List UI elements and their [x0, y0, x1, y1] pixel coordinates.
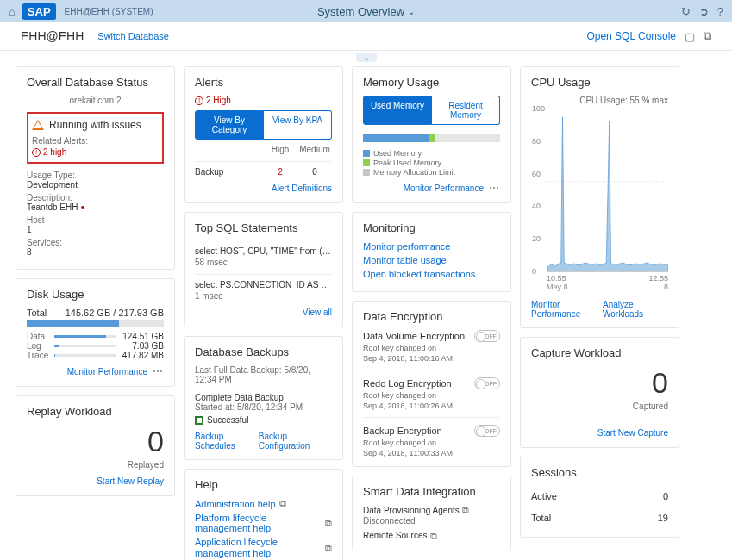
- backup-started: Started at: 5/8/20, 12:34 PM: [195, 402, 332, 412]
- disk-more-icon[interactable]: ⋯: [153, 365, 164, 377]
- alerts-high-summary[interactable]: !2 High: [195, 96, 332, 105]
- enc-rl-sub1: Root key changed on: [363, 391, 500, 400]
- capture-label: Captured: [531, 401, 668, 411]
- enc-bk-toggle[interactable]: OFF: [474, 425, 500, 437]
- sdi-title: Smart Data Integration: [363, 485, 500, 498]
- external-link-icon[interactable]: ⧉: [704, 29, 711, 43]
- mem-title: Memory Usage: [363, 76, 500, 89]
- backup-schedules-link[interactable]: Backup Schedules: [195, 432, 259, 451]
- help-platform-link[interactable]: Platform lifecycle management help: [195, 513, 322, 533]
- view-by-category-tab[interactable]: View By Category: [195, 110, 264, 140]
- resident-memory-tab[interactable]: Resident Memory: [432, 96, 500, 125]
- host-label: Host: [27, 215, 164, 225]
- monitor-performance-link[interactable]: Monitor performance: [363, 241, 500, 252]
- analyze-workloads-link[interactable]: Analyze Workloads: [603, 300, 668, 319]
- success-icon: [195, 416, 203, 425]
- expand-header-icon[interactable]: ⌄: [356, 53, 377, 62]
- sap-logo: SAP: [22, 3, 56, 20]
- related-alerts-label: Related Alerts:: [32, 136, 159, 146]
- enc-rl-toggle[interactable]: OFF: [474, 377, 500, 389]
- enc-title: Data Encryption: [363, 310, 500, 323]
- help-card: Help Administration help⧉ Platform lifec…: [184, 469, 343, 560]
- backup-config-link[interactable]: Backup Configuration: [259, 432, 332, 451]
- monitor-table-usage-link[interactable]: Monitor table usage: [363, 255, 500, 265]
- cpu-chart: 100 80 60 40 20 0: [547, 109, 668, 272]
- refresh-icon[interactable]: ↻: [681, 5, 691, 18]
- overall-status-card: Overall Database Status orekait.com 2 Ru…: [16, 66, 175, 270]
- capture-count: 0: [531, 366, 668, 400]
- alert-row-high[interactable]: 2: [263, 167, 297, 177]
- external-icon: ⧉: [462, 505, 469, 515]
- alerts-high-link[interactable]: ! 2 high: [32, 147, 159, 157]
- sessions-total-label: Total: [531, 513, 551, 523]
- mem-monitor-link[interactable]: Monitor Performance: [404, 184, 484, 193]
- disk-monitor-link[interactable]: Monitor Performance: [67, 367, 147, 376]
- sql-item[interactable]: select HOST, CPU, "TIME" from ( select H…: [195, 241, 332, 267]
- alert-high-icon: !: [32, 148, 41, 157]
- host-value: 1: [27, 225, 164, 234]
- switch-database-link[interactable]: Switch Database: [97, 31, 169, 41]
- start-new-replay-link[interactable]: Start New Replay: [97, 476, 164, 486]
- enc-dv-toggle[interactable]: OFF: [474, 330, 500, 342]
- alert-icon: !: [195, 96, 203, 105]
- help-icon[interactable]: ?: [717, 5, 723, 18]
- replay-workload-card: Replay Workload 0 Replayed Start New Rep…: [16, 395, 175, 496]
- sessions-card: Sessions Active0 Total19: [520, 457, 679, 538]
- monitoring-title: Monitoring: [363, 221, 500, 234]
- legend-limit: Memory Allocation Limit: [373, 168, 455, 177]
- disk-trace-value: 417.82 MB: [121, 351, 164, 360]
- system-label: EHH@EHH (SYSTEM): [65, 7, 153, 16]
- description-value: Teantdb EHH: [27, 202, 164, 212]
- disk-data-bar: [54, 335, 116, 338]
- legend-sw-used: [363, 150, 370, 157]
- disk-data-value: 124.51 GB: [121, 332, 164, 341]
- open-sql-console-link[interactable]: Open SQL Console: [586, 30, 676, 42]
- data-encryption-card: Data Encryption Data Volume EncryptionOF…: [352, 301, 511, 467]
- help-admin-link[interactable]: Administration help: [195, 499, 276, 509]
- sql-query-1: select HOST, CPU, "TIME" from ( select H…: [195, 246, 332, 256]
- sessions-total-value: 19: [658, 513, 668, 523]
- legend-sw-peak: [363, 159, 370, 166]
- mem-more-icon[interactable]: ⋯: [489, 182, 500, 194]
- warning-icon: [32, 120, 44, 130]
- sessions-active-label: Active: [531, 491, 557, 501]
- sql-item[interactable]: select PS.CONNECTION_ID AS "Connection I…: [195, 274, 332, 301]
- alerts-card: Alerts !2 High View By Category View By …: [184, 66, 343, 203]
- legend-sw-limit: [363, 169, 370, 176]
- cpu-usage-card: CPU Usage CPU Usage: 55 % max 100 80 60 …: [520, 66, 679, 328]
- disk-trace-bar: [54, 354, 116, 357]
- sdi-agents: Data Provisioning Agents: [363, 506, 460, 515]
- forward-icon[interactable]: ➲: [699, 5, 709, 18]
- disk-title: Disk Usage: [27, 288, 164, 301]
- sql-view-all-link[interactable]: View all: [303, 308, 332, 317]
- open-sql-icon[interactable]: ▢: [685, 30, 695, 43]
- enc-rl-sub2: Sep 4, 2018, 11:00:26 AM: [363, 401, 500, 410]
- used-memory-tab[interactable]: Used Memory: [363, 96, 432, 125]
- usage-type-value: Development: [27, 180, 164, 190]
- help-app-link[interactable]: Application lifecycle management help: [195, 537, 322, 559]
- home-icon[interactable]: ⌂: [9, 5, 16, 18]
- disk-log-bar: [54, 345, 116, 347]
- replay-title: Replay Workload: [27, 405, 164, 418]
- open-blocked-tx-link[interactable]: Open blocked transactions: [363, 269, 500, 279]
- replay-label: Replayed: [27, 460, 164, 470]
- help-title: Help: [195, 478, 332, 491]
- services-value: 8: [27, 247, 164, 257]
- enc-dv-sub2: Sep 4, 2018, 11:00:16 AM: [363, 354, 500, 363]
- alert-definitions-link[interactable]: Alert Definitions: [272, 184, 332, 193]
- disk-total-label: Total: [27, 308, 47, 318]
- disk-log-value: 7.03 GB: [121, 341, 164, 351]
- status-highlight-box: Running with issues Related Alerts: ! 2 …: [27, 112, 164, 164]
- cpu-max-label: CPU Usage: 55 % max: [531, 96, 668, 105]
- backup-last: Last Full Data Backup: 5/8/20, 12:34 PM: [195, 365, 332, 384]
- chevron-down-icon: ⌄: [408, 7, 415, 16]
- col-medium: Medium: [297, 145, 332, 154]
- enc-dv-sub1: Root key changed on: [363, 344, 500, 352]
- page-title-dropdown[interactable]: System Overview ⌄: [317, 5, 415, 18]
- sdi-remote: Remote Sources: [363, 531, 427, 540]
- disk-data-label: Data: [27, 332, 49, 341]
- cpu-monitor-link[interactable]: Monitor Performance: [531, 300, 603, 319]
- enc-dv-title: Data Volume Encryption: [363, 331, 465, 341]
- view-by-kpa-tab[interactable]: View By KPA: [264, 110, 332, 140]
- start-new-capture-link[interactable]: Start New Capture: [597, 428, 668, 438]
